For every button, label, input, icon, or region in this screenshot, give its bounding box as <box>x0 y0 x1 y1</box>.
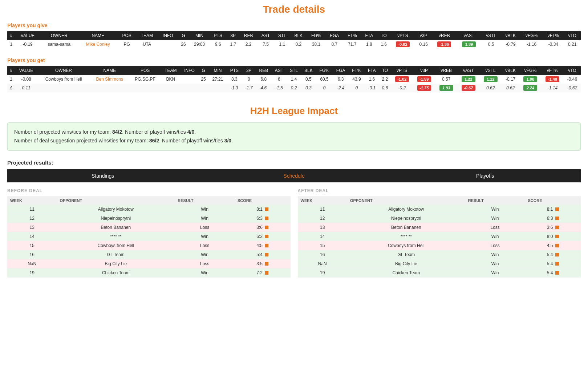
delta-min <box>208 84 227 92</box>
cell-num: 1 <box>7 75 15 84</box>
col-ast: AST <box>272 66 287 75</box>
col-stl: STL <box>287 66 301 75</box>
col-vast: vAST <box>457 66 479 75</box>
give-section-label: Players you give <box>7 23 581 28</box>
table-row: 1 -0.19 sama-sama Mike Conley PG UTA 26 … <box>7 40 581 49</box>
before-deal-table: WEEK OPPONENT RESULT SCORE 11 Aligatory … <box>7 196 291 278</box>
cell-result: Loss <box>465 223 525 232</box>
delta-row: Δ 0.11 -1.3 -1.7 4.6 -1.5 0.2 0.3 0 -2.4… <box>7 84 581 92</box>
after-deal-section: AFTER DEAL WEEK OPPONENT RESULT SCORE 11… <box>298 188 581 278</box>
cell-ftpct: 43.9 <box>349 75 365 84</box>
cell-week: 12 <box>298 214 347 223</box>
col-fga: FGA <box>326 31 343 40</box>
schedule-section: BEFORE DEAL WEEK OPPONENT RESULT SCORE 1… <box>7 188 581 278</box>
col-vto: vTO <box>564 66 581 75</box>
list-item: 11 Aligatory Mokotow Win 8:1 <box>298 205 581 214</box>
col-stl: STL <box>274 31 290 40</box>
score-icon <box>555 244 559 247</box>
col-fga: FGA <box>333 66 349 75</box>
cell-result: Win <box>175 205 235 214</box>
cell-name[interactable]: Mike Conley <box>78 40 118 49</box>
score-icon <box>555 253 559 256</box>
cell-opponent: **** ** <box>347 232 465 241</box>
info-line-2: Number of deal suggestion projected wins… <box>14 137 574 145</box>
score-icon <box>265 207 268 211</box>
cell-week: 16 <box>298 250 347 259</box>
delta-vreb: 1.93 <box>435 84 457 92</box>
col-blk: BLK <box>290 31 307 40</box>
col-vftpct: vFT% <box>543 31 564 40</box>
col-blk: BLK <box>301 66 316 75</box>
col-info: INFO <box>181 66 198 75</box>
delta-info <box>181 84 198 92</box>
tab-playoffs[interactable]: Playoffs <box>390 169 581 182</box>
h2h-title: H2H League Impact <box>7 105 581 117</box>
cell-opponent: Big City Lie <box>347 259 465 268</box>
cell-score: 6:3 <box>235 232 290 241</box>
list-item: 16 GL Team Win 5:4 <box>298 250 581 259</box>
cell-name[interactable]: Ben Simmons <box>90 75 130 84</box>
cell-score: 4:5 <box>525 241 581 250</box>
cell-score: 7:2 <box>235 268 290 277</box>
col-v3p: v3P <box>413 66 435 75</box>
cell-score: 6:3 <box>235 214 290 223</box>
col-vreb: vREB <box>432 31 457 40</box>
delta-fgpct: 0 <box>316 84 333 92</box>
cell-3p: 0 <box>242 75 256 84</box>
cell-week: 19 <box>7 268 57 277</box>
tab-schedule[interactable]: Schedule <box>198 169 389 182</box>
cell-score: 8:1 <box>235 205 290 214</box>
cell-vreb: 0.57 <box>435 75 457 84</box>
cell-result: Loss <box>175 259 235 268</box>
list-item: 13 Beton Bananen Loss 3:6 <box>298 223 581 232</box>
score-icon <box>265 271 268 275</box>
after-deal-body: 11 Aligatory Mokotow Win 8:1 12 Niepelno… <box>298 205 581 278</box>
col-value: VALUE <box>15 31 40 40</box>
info-line2-bold1: 86/2 <box>149 138 159 144</box>
cell-opponent: Big City Lie <box>57 259 175 268</box>
page-container: Trade details Players you give # VALUE O… <box>0 0 588 281</box>
cell-vftpct: -1.48 <box>542 75 564 84</box>
before-deal-body: 11 Aligatory Mokotow Win 8:1 12 Niepelno… <box>7 205 291 278</box>
col-ftpct: FT% <box>349 66 365 75</box>
cell-result: Loss <box>465 241 525 250</box>
col-vstl: vSTL <box>479 66 502 75</box>
before-deal-label: BEFORE DEAL <box>7 188 291 193</box>
delta-3p: -1.7 <box>242 84 256 92</box>
cell-opponent: Chicken Team <box>57 268 175 277</box>
delta-to: 0.6 <box>379 84 391 92</box>
cell-fta: 1.6 <box>365 75 379 84</box>
col-vblk: vBLK <box>502 66 519 75</box>
info-line-1: Number of projected wins/ties for my tea… <box>14 128 574 137</box>
cell-num: 1 <box>7 40 15 49</box>
col-3p: 3P <box>226 31 240 40</box>
cell-week: 13 <box>298 223 347 232</box>
cell-pos: PG,SG,PF <box>130 75 161 84</box>
info-line2-bold2: 3/0 <box>224 138 231 144</box>
col-owner: OWNER <box>37 66 90 75</box>
tab-standings[interactable]: Standings <box>7 169 198 182</box>
col-g: G <box>178 31 189 40</box>
list-item: 12 Niepelnosprytni Win 6:3 <box>7 214 291 223</box>
cell-vast: 1.22 <box>457 75 479 84</box>
delta-vstl: 0.62 <box>479 84 502 92</box>
list-item: 13 Beton Bananen Loss 3:6 <box>7 223 291 232</box>
cell-reb: 2.2 <box>240 40 257 49</box>
list-item: 14 **** ** Win 8:0 <box>298 232 581 241</box>
cell-week: NaN <box>298 259 347 268</box>
delta-vto: -0.67 <box>564 84 581 92</box>
delta-pts: -1.3 <box>227 84 242 92</box>
col-vstl: vSTL <box>482 31 501 40</box>
col-reb: REB <box>240 31 257 40</box>
cell-stl: 1.1 <box>274 40 290 49</box>
col-vfgpct: vFG% <box>520 31 543 40</box>
cell-opponent: Aligatory Mokotow <box>347 205 465 214</box>
col-score: SCORE <box>235 196 290 205</box>
page-title: Trade details <box>7 4 581 15</box>
col-team: TEAM <box>136 31 158 40</box>
give-table-body: 1 -0.19 sama-sama Mike Conley PG UTA 26 … <box>7 40 581 49</box>
col-owner: OWNER <box>40 31 78 40</box>
cell-ast: 6 <box>272 75 287 84</box>
cell-week: 15 <box>7 241 57 250</box>
cell-week: 13 <box>7 223 57 232</box>
